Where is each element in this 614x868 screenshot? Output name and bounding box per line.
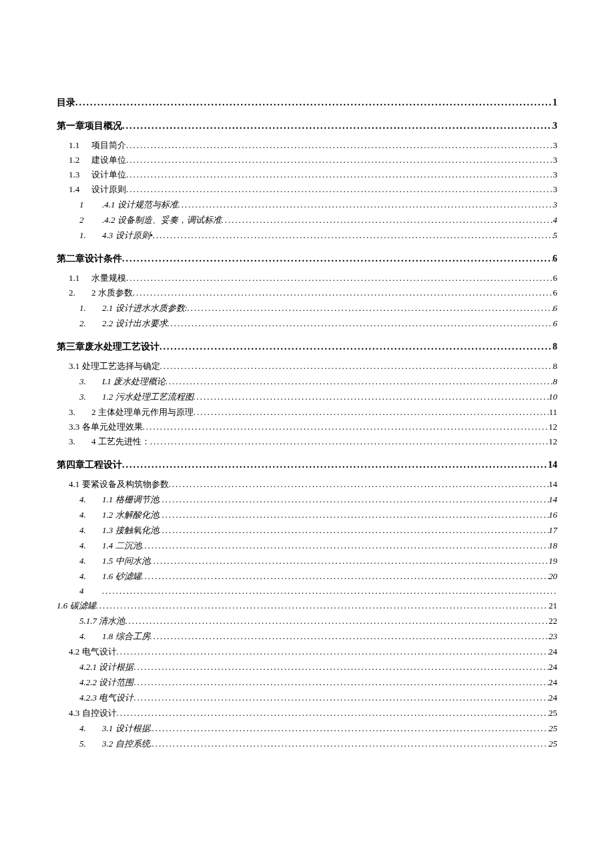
toc-page-num: 22 (549, 616, 557, 626)
toc-l1-ch1: 第一章项目概况 3 (57, 120, 557, 132)
toc-label: 1.1 格栅调节池 (102, 494, 159, 506)
toc-l3-4-3-1: 4. 3.1 设计根据. 25 (57, 723, 557, 735)
toc-leader (178, 199, 553, 210)
toc-l3-1-4-1: 1 .4.1 设计规范与标准 3 (57, 199, 557, 211)
toc-num: 3. (69, 407, 91, 418)
toc-page-num: 23 (549, 631, 557, 642)
toc-page-num: 8 (553, 342, 557, 352)
toc-label: 1.2 污水处理工艺流程图 (102, 391, 194, 403)
toc-page-num: 21 (549, 600, 557, 611)
toc-label: 1.5 中间水池 (102, 555, 150, 567)
toc-leader (143, 422, 549, 432)
toc-leader (126, 155, 553, 165)
toc-num: 1.3 (69, 169, 91, 180)
toc-label: 2 主体处理单元作用与原理 (91, 406, 194, 418)
toc-label: 4.2.1 设计根据 (79, 661, 133, 673)
toc-num: 1.2 (69, 155, 91, 165)
toc-leader (133, 677, 549, 688)
toc-num: 2. (79, 318, 102, 329)
toc-leader (126, 169, 553, 180)
toc-l2-4-1: 4.1 要紧设备及构筑物参数 14 (57, 478, 557, 490)
toc-l1-ch3: 第三章废水处理工艺设计 8 (57, 341, 557, 353)
toc-label: 第二章设计条件 (57, 253, 122, 265)
toc-l3-4-1-8: 4. 1.8 综合工房 23 (57, 630, 557, 642)
toc-num: 1. (79, 303, 102, 314)
toc-leader (122, 121, 553, 131)
toc-page: 目录 1 第一章项目概况 3 1.1 项目简介 3 1.2 建设单位 3 1.3… (0, 0, 614, 793)
toc-page-num: 6 (553, 288, 558, 298)
toc-num: 3. (69, 436, 91, 447)
toc-l3-4-1-3: 4. 1.3 接触氧化池 17 (57, 524, 557, 536)
toc-l3-5-1-7: 5.1.7 清水池 22 (57, 615, 557, 627)
toc-label: 目录 (57, 97, 75, 109)
toc-label: 2.2 设计出水要求 (102, 318, 168, 330)
toc-leader (133, 662, 549, 673)
toc-label: 2.1 设计进水水质参数: (102, 302, 188, 314)
toc-label: 水量规模 (91, 272, 126, 284)
toc-page-num: 25 (549, 708, 557, 719)
toc-leader (117, 646, 549, 657)
toc-leader (159, 510, 549, 520)
toc-page-num: 14 (548, 460, 557, 470)
toc-num: 4. (79, 556, 102, 566)
toc-leader (133, 288, 553, 298)
toc-page-num: 18 (549, 540, 557, 551)
toc-l2-1-1: 1.1 项目简介 3 (57, 139, 557, 151)
toc-num: 2 (79, 215, 102, 226)
toc-label: 1.8 综合工房 (102, 630, 150, 642)
toc-page-num: 3 (553, 199, 558, 210)
toc-page-num: 11 (549, 407, 557, 418)
toc-label: 4.1 要紧设备及构筑物参数 (69, 478, 169, 490)
toc-label: 建设单位 (91, 154, 126, 166)
toc-num: 4. (79, 525, 102, 536)
toc-leader (126, 140, 553, 151)
toc-label: 4.3 设计原则• (102, 230, 153, 242)
toc-l3-4-1-6b: 1.6 碳滤罐 21 (57, 600, 557, 612)
toc-l3-2-2-2: 2. 2.2 设计出水要求 6 (57, 318, 557, 330)
toc-page-num: 4 (553, 215, 558, 226)
toc-leader (160, 342, 553, 352)
toc-num: 1.1 (69, 273, 91, 284)
toc-leader (122, 254, 553, 264)
toc-leader (126, 184, 553, 195)
toc-num: 4. (79, 494, 102, 505)
toc-leader (166, 376, 553, 387)
toc-l3-4-1-1: 4. 1.1 格栅调节池 14 (57, 494, 557, 506)
toc-label: 设计原则 (91, 183, 126, 195)
toc-l1-ch2: 第二章设计条件 6 (57, 253, 557, 265)
toc-num: 4. (79, 631, 102, 642)
toc-leader (160, 361, 553, 372)
toc-l2-3-2: 3. 2 主体处理单元作用与原理 11 (57, 406, 557, 418)
toc-leader (153, 230, 553, 241)
toc-page-num: 3 (553, 140, 558, 151)
toc-num: 4. (79, 723, 102, 734)
toc-l3-3-1-2: 3. 1.2 污水处理工艺流程图 10 (57, 391, 557, 403)
toc-label: 3.2 自控系统. (102, 738, 152, 750)
toc-leader (152, 739, 549, 749)
toc-leader (222, 215, 553, 226)
toc-l3-4-1-4: 4. 1.4 二沉池 18 (57, 540, 557, 552)
toc-page-num: 24 (549, 677, 557, 688)
toc-l2-2-2: 2. 2 水质参数 6 (57, 287, 557, 299)
toc-leader (126, 273, 553, 284)
toc-l2-1-3: 1.3 设计单位 3 (57, 169, 557, 181)
toc-l3-4-2-3: 4.2.3 电气设计 24 (57, 692, 557, 704)
toc-label: 3.1 设计根据. (102, 723, 152, 735)
toc-l3-1-4-3: 1. 4.3 设计原则• 5 (57, 230, 557, 242)
toc-leader (75, 97, 553, 108)
toc-l3-3-1-1: 3. L1 废水处理概论 8 (57, 376, 557, 388)
toc-leader (159, 494, 549, 505)
toc-num: 1.4 (69, 184, 91, 195)
toc-label: .4.2 设备制造、妥奏，调试标准 (102, 214, 222, 226)
toc-page-num: 20 (549, 571, 557, 582)
toc-page-num: 12 (549, 422, 557, 432)
toc-l2-3-1: 3.1 处理工艺选择与确定 8 (57, 360, 557, 372)
toc-leader (168, 318, 553, 329)
toc-label: 4.2.3 电气设计 (79, 692, 133, 704)
toc-leader (169, 479, 549, 490)
toc-leader (188, 303, 553, 314)
toc-page-num: 1 (553, 97, 557, 108)
toc-num: 4. (79, 540, 102, 551)
toc-leader (133, 693, 549, 703)
toc-page-num: 10 (549, 392, 557, 402)
